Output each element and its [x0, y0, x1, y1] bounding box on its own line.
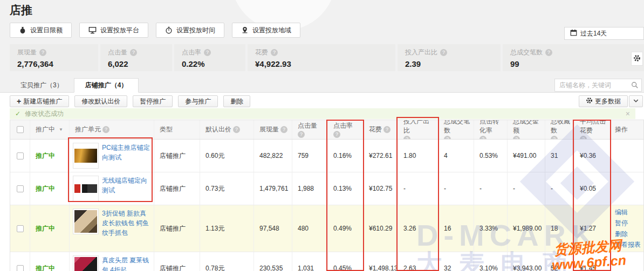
campaign-table: 推广中▼ 推广单元? 类型 默认出价? 展现量? 点击量? 点击率? 花费? 投… [10, 120, 644, 271]
header-actions: 操作 [611, 120, 643, 139]
header-impressions: 展现量? [254, 120, 292, 139]
gear-icon [586, 97, 593, 106]
stat-roi-label: 投入产出比 [405, 48, 437, 57]
cell-cost: ¥1,498.13 [364, 252, 398, 271]
tab-store-promotion[interactable]: 店铺推广（4） [74, 78, 139, 93]
more-data-controls: 更多数据 [579, 95, 643, 107]
stat-orders: 总成交笔数? 99 [503, 44, 644, 71]
set-region-button[interactable]: 设置投放地域 [232, 23, 300, 38]
cell-orders: 4 [439, 140, 474, 172]
stat-impressions-value: 2,776,364 [17, 59, 91, 68]
help-icon[interactable]: ? [233, 126, 240, 133]
map-pin-icon [241, 26, 249, 34]
unit-thumbnail[interactable] [73, 255, 99, 271]
delete-link[interactable]: 删除 [615, 229, 628, 239]
tab-item-promotion[interactable]: 宝贝推广（3） [10, 78, 74, 93]
help-icon[interactable]: ? [403, 136, 410, 140]
unit-title-link[interactable]: 真皮头层 夏莱钱包 4折起 [102, 255, 152, 271]
stat-cost: 花费? ¥4,922.93 [248, 44, 395, 71]
row-checkbox[interactable] [17, 265, 24, 271]
help-icon[interactable]: ? [333, 131, 340, 138]
gear-icon [633, 54, 641, 64]
help-icon[interactable]: ? [383, 126, 390, 133]
cell-cpc: ¥0.36 [574, 140, 611, 172]
delete-button[interactable]: 删除 [223, 95, 250, 107]
help-icon[interactable]: ? [580, 136, 587, 140]
cell-cpc: ¥0.05 [574, 172, 611, 205]
cell-cost: ¥272.61 [364, 140, 398, 172]
stat-orders-value: 99 [510, 59, 636, 68]
search-input[interactable] [555, 79, 641, 91]
help-icon[interactable]: ? [271, 49, 278, 56]
cell-favorites: 52 [545, 252, 574, 271]
unit-title-link[interactable]: PC端主推店铺定向测试 [102, 143, 152, 162]
edit-default-bid-button[interactable]: 修改默认出价 [74, 95, 127, 107]
row-checkbox[interactable] [17, 185, 24, 192]
store-search [554, 79, 642, 92]
row-checkbox[interactable] [17, 225, 24, 232]
help-icon[interactable]: ? [545, 49, 552, 56]
cell-type: 店铺推广 [154, 252, 200, 271]
stat-impressions-label: 展现量 [17, 48, 37, 57]
table-action-bar: +新建店铺推广 修改默认出价 暂停推广 参与推广 删除 [10, 95, 250, 107]
set-region-label: 设置投放地域 [252, 26, 291, 35]
cell-clicks: 1,988 [292, 172, 328, 205]
search-icon[interactable] [631, 81, 639, 91]
edit-link[interactable]: 编辑 [615, 207, 628, 217]
help-icon[interactable]: ? [130, 49, 137, 56]
unit-title-link[interactable]: 无线端店铺定向测试 [102, 176, 152, 195]
view-report-link[interactable]: 查看报表 [615, 240, 641, 249]
row-checkbox[interactable] [17, 152, 24, 159]
cell-favorites: 18 [545, 205, 574, 252]
help-icon[interactable]: ? [479, 136, 487, 140]
help-icon[interactable]: ? [513, 136, 520, 140]
pause-link[interactable]: 暂停 [615, 218, 628, 228]
set-schedule-button[interactable]: 设置投放时间 [156, 23, 224, 38]
more-data-button[interactable]: 更多数据 [579, 95, 628, 107]
unit-thumbnail[interactable] [73, 209, 99, 234]
more-data-label: 更多数据 [595, 97, 621, 106]
help-icon[interactable]: ? [280, 126, 287, 133]
status-badge: 推广中 [36, 151, 55, 161]
status-filter-label: 推广中 [36, 125, 55, 134]
settings-toolbar: 设置日限额 设置投放平台 设置投放时间 设置投放地域 [10, 23, 300, 38]
header-orders: 总成交笔数? [439, 120, 474, 139]
table-header-row: 推广中▼ 推广单元? 类型 默认出价? 展现量? 点击量? 点击率? 花费? 投… [10, 120, 643, 140]
help-icon[interactable]: ? [444, 136, 451, 140]
cell-favorites: 31 [545, 140, 574, 172]
close-icon[interactable]: × [626, 109, 630, 118]
header-roi: 投入产出比? [398, 120, 439, 139]
help-icon[interactable]: ? [551, 136, 558, 140]
cell-bid: 0.60元 [200, 140, 254, 172]
help-icon[interactable]: ? [39, 49, 46, 56]
help-icon[interactable]: ? [298, 131, 305, 138]
unit-thumbnail[interactable] [73, 176, 99, 201]
stat-roi-value: 2.39 [405, 59, 493, 68]
status-filter[interactable]: 推广中▼ [30, 120, 70, 139]
help-icon[interactable]: ? [440, 49, 447, 56]
cell-actions [611, 172, 643, 205]
select-all-checkbox[interactable] [17, 126, 24, 133]
stat-impressions: 展现量? 2,776,364 [10, 44, 98, 71]
new-store-promotion-label: 新建店铺推广 [23, 97, 62, 106]
header-gmv: 总成交金额? [508, 120, 545, 139]
help-icon[interactable]: ? [102, 126, 109, 133]
join-promotion-button[interactable]: 参与推广 [178, 95, 218, 107]
stats-settings-button[interactable] [631, 52, 643, 66]
cell-type: 店铺推广 [154, 172, 200, 205]
cell-clicks: 759 [292, 140, 328, 172]
unit-title-link[interactable]: 3折促销 新款真皮长款钱包 鳄鱼纹手抓包 [102, 209, 152, 238]
cell-clicks: 1,031 [292, 252, 328, 271]
check-icon: ✓ [15, 110, 20, 117]
header-clicks: 点击量? [292, 120, 328, 139]
set-daily-limit-button[interactable]: 设置日限额 [10, 23, 72, 38]
unit-thumbnail[interactable] [73, 143, 99, 169]
expand-toggle-button[interactable] [629, 95, 643, 107]
stat-roi: 投入产出比? 2.39 [398, 44, 501, 71]
header-unit: 推广单元? [70, 120, 154, 139]
help-icon[interactable]: ? [204, 49, 211, 56]
new-store-promotion-button[interactable]: +新建店铺推广 [10, 95, 69, 107]
set-platform-button[interactable]: 设置投放平台 [79, 23, 148, 38]
date-range-selector[interactable]: 过去14天 [564, 27, 644, 40]
pause-promotion-button[interactable]: 暂停推广 [133, 95, 173, 107]
